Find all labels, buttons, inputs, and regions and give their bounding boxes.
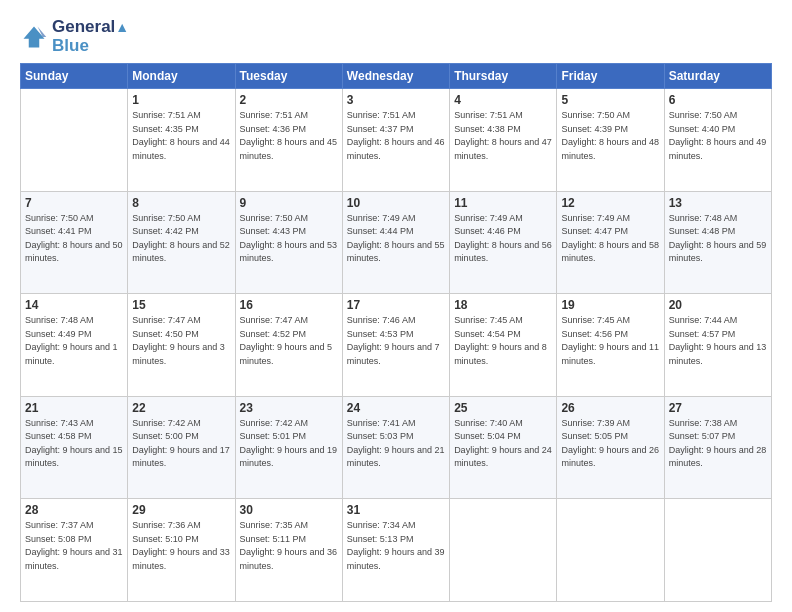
day-info: Sunrise: 7:35 AM Sunset: 5:11 PM Dayligh… [240, 519, 338, 573]
day-info: Sunrise: 7:45 AM Sunset: 4:56 PM Dayligh… [561, 314, 659, 368]
day-number: 25 [454, 401, 552, 415]
calendar-cell: 27 Sunrise: 7:38 AM Sunset: 5:07 PM Dayl… [664, 396, 771, 499]
calendar-cell [450, 499, 557, 602]
day-number: 29 [132, 503, 230, 517]
day-number: 23 [240, 401, 338, 415]
day-number: 20 [669, 298, 767, 312]
calendar-cell: 21 Sunrise: 7:43 AM Sunset: 4:58 PM Dayl… [21, 396, 128, 499]
day-number: 12 [561, 196, 659, 210]
calendar-cell: 9 Sunrise: 7:50 AM Sunset: 4:43 PM Dayli… [235, 191, 342, 294]
calendar-cell: 11 Sunrise: 7:49 AM Sunset: 4:46 PM Dayl… [450, 191, 557, 294]
day-info: Sunrise: 7:39 AM Sunset: 5:05 PM Dayligh… [561, 417, 659, 471]
day-info: Sunrise: 7:36 AM Sunset: 5:10 PM Dayligh… [132, 519, 230, 573]
weekday-header-sunday: Sunday [21, 64, 128, 89]
calendar-cell: 13 Sunrise: 7:48 AM Sunset: 4:48 PM Dayl… [664, 191, 771, 294]
week-row-3: 14 Sunrise: 7:48 AM Sunset: 4:49 PM Dayl… [21, 294, 772, 397]
day-number: 13 [669, 196, 767, 210]
day-info: Sunrise: 7:49 AM Sunset: 4:44 PM Dayligh… [347, 212, 445, 266]
day-info: Sunrise: 7:44 AM Sunset: 4:57 PM Dayligh… [669, 314, 767, 368]
calendar-cell: 10 Sunrise: 7:49 AM Sunset: 4:44 PM Dayl… [342, 191, 449, 294]
day-info: Sunrise: 7:45 AM Sunset: 4:54 PM Dayligh… [454, 314, 552, 368]
calendar-cell: 20 Sunrise: 7:44 AM Sunset: 4:57 PM Dayl… [664, 294, 771, 397]
day-number: 14 [25, 298, 123, 312]
day-info: Sunrise: 7:50 AM Sunset: 4:43 PM Dayligh… [240, 212, 338, 266]
day-info: Sunrise: 7:41 AM Sunset: 5:03 PM Dayligh… [347, 417, 445, 471]
header: General▲ Blue [20, 18, 772, 55]
calendar-cell: 19 Sunrise: 7:45 AM Sunset: 4:56 PM Dayl… [557, 294, 664, 397]
day-info: Sunrise: 7:42 AM Sunset: 5:00 PM Dayligh… [132, 417, 230, 471]
logo: General▲ Blue [20, 18, 129, 55]
day-info: Sunrise: 7:48 AM Sunset: 4:48 PM Dayligh… [669, 212, 767, 266]
week-row-4: 21 Sunrise: 7:43 AM Sunset: 4:58 PM Dayl… [21, 396, 772, 499]
day-number: 18 [454, 298, 552, 312]
day-number: 28 [25, 503, 123, 517]
day-info: Sunrise: 7:50 AM Sunset: 4:41 PM Dayligh… [25, 212, 123, 266]
day-number: 11 [454, 196, 552, 210]
calendar-cell: 3 Sunrise: 7:51 AM Sunset: 4:37 PM Dayli… [342, 89, 449, 192]
day-info: Sunrise: 7:34 AM Sunset: 5:13 PM Dayligh… [347, 519, 445, 573]
day-info: Sunrise: 7:40 AM Sunset: 5:04 PM Dayligh… [454, 417, 552, 471]
week-row-1: 1 Sunrise: 7:51 AM Sunset: 4:35 PM Dayli… [21, 89, 772, 192]
logo-text: General▲ Blue [52, 18, 129, 55]
day-info: Sunrise: 7:51 AM Sunset: 4:37 PM Dayligh… [347, 109, 445, 163]
day-number: 24 [347, 401, 445, 415]
day-number: 16 [240, 298, 338, 312]
calendar-cell: 16 Sunrise: 7:47 AM Sunset: 4:52 PM Dayl… [235, 294, 342, 397]
day-number: 1 [132, 93, 230, 107]
calendar-cell: 29 Sunrise: 7:36 AM Sunset: 5:10 PM Dayl… [128, 499, 235, 602]
day-number: 17 [347, 298, 445, 312]
day-info: Sunrise: 7:51 AM Sunset: 4:36 PM Dayligh… [240, 109, 338, 163]
day-number: 30 [240, 503, 338, 517]
calendar-cell: 31 Sunrise: 7:34 AM Sunset: 5:13 PM Dayl… [342, 499, 449, 602]
svg-marker-0 [24, 26, 45, 47]
calendar-cell: 25 Sunrise: 7:40 AM Sunset: 5:04 PM Dayl… [450, 396, 557, 499]
day-info: Sunrise: 7:46 AM Sunset: 4:53 PM Dayligh… [347, 314, 445, 368]
weekday-row: SundayMondayTuesdayWednesdayThursdayFrid… [21, 64, 772, 89]
page: General▲ Blue SundayMondayTuesdayWednesd… [0, 0, 792, 612]
weekday-header-thursday: Thursday [450, 64, 557, 89]
calendar-cell: 14 Sunrise: 7:48 AM Sunset: 4:49 PM Dayl… [21, 294, 128, 397]
calendar-cell: 12 Sunrise: 7:49 AM Sunset: 4:47 PM Dayl… [557, 191, 664, 294]
calendar-cell: 8 Sunrise: 7:50 AM Sunset: 4:42 PM Dayli… [128, 191, 235, 294]
calendar-cell [664, 499, 771, 602]
day-number: 19 [561, 298, 659, 312]
day-info: Sunrise: 7:38 AM Sunset: 5:07 PM Dayligh… [669, 417, 767, 471]
day-number: 22 [132, 401, 230, 415]
day-number: 10 [347, 196, 445, 210]
day-number: 26 [561, 401, 659, 415]
weekday-header-monday: Monday [128, 64, 235, 89]
weekday-header-wednesday: Wednesday [342, 64, 449, 89]
calendar-cell: 2 Sunrise: 7:51 AM Sunset: 4:36 PM Dayli… [235, 89, 342, 192]
calendar-cell: 1 Sunrise: 7:51 AM Sunset: 4:35 PM Dayli… [128, 89, 235, 192]
calendar-cell: 30 Sunrise: 7:35 AM Sunset: 5:11 PM Dayl… [235, 499, 342, 602]
day-number: 15 [132, 298, 230, 312]
day-number: 6 [669, 93, 767, 107]
calendar-cell: 4 Sunrise: 7:51 AM Sunset: 4:38 PM Dayli… [450, 89, 557, 192]
day-info: Sunrise: 7:48 AM Sunset: 4:49 PM Dayligh… [25, 314, 123, 368]
day-info: Sunrise: 7:37 AM Sunset: 5:08 PM Dayligh… [25, 519, 123, 573]
calendar-cell: 23 Sunrise: 7:42 AM Sunset: 5:01 PM Dayl… [235, 396, 342, 499]
day-number: 4 [454, 93, 552, 107]
day-number: 2 [240, 93, 338, 107]
day-info: Sunrise: 7:50 AM Sunset: 4:39 PM Dayligh… [561, 109, 659, 163]
day-info: Sunrise: 7:51 AM Sunset: 4:35 PM Dayligh… [132, 109, 230, 163]
logo-icon [20, 23, 48, 51]
day-info: Sunrise: 7:47 AM Sunset: 4:52 PM Dayligh… [240, 314, 338, 368]
calendar-cell: 5 Sunrise: 7:50 AM Sunset: 4:39 PM Dayli… [557, 89, 664, 192]
weekday-header-tuesday: Tuesday [235, 64, 342, 89]
day-number: 27 [669, 401, 767, 415]
day-number: 8 [132, 196, 230, 210]
week-row-2: 7 Sunrise: 7:50 AM Sunset: 4:41 PM Dayli… [21, 191, 772, 294]
day-number: 3 [347, 93, 445, 107]
day-info: Sunrise: 7:51 AM Sunset: 4:38 PM Dayligh… [454, 109, 552, 163]
day-number: 9 [240, 196, 338, 210]
calendar-cell: 17 Sunrise: 7:46 AM Sunset: 4:53 PM Dayl… [342, 294, 449, 397]
day-number: 5 [561, 93, 659, 107]
calendar-cell [21, 89, 128, 192]
calendar-cell: 26 Sunrise: 7:39 AM Sunset: 5:05 PM Dayl… [557, 396, 664, 499]
day-number: 7 [25, 196, 123, 210]
calendar-cell [557, 499, 664, 602]
calendar-cell: 24 Sunrise: 7:41 AM Sunset: 5:03 PM Dayl… [342, 396, 449, 499]
weekday-header-friday: Friday [557, 64, 664, 89]
day-info: Sunrise: 7:50 AM Sunset: 4:40 PM Dayligh… [669, 109, 767, 163]
